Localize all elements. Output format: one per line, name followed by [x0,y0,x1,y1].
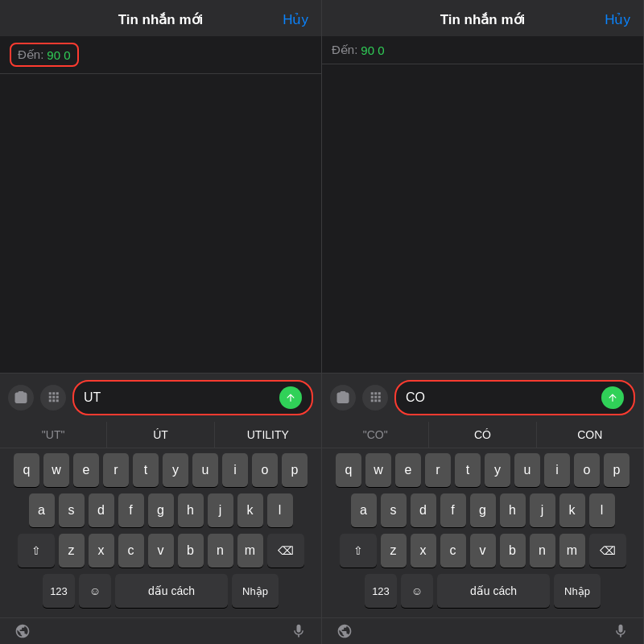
left-send-button[interactable] [279,386,302,409]
r-key-q[interactable]: q [336,453,361,487]
left-autocomplete-item-2[interactable]: UTILITY [215,422,321,448]
r-key-t[interactable]: t [455,453,481,487]
right-autocomplete-item-2[interactable]: CON [537,422,643,448]
r-key-w[interactable]: w [365,453,391,487]
r-key-a[interactable]: a [351,493,377,527]
left-to-label: Đến: [18,47,43,62]
right-camera-icon[interactable] [330,385,356,411]
key-s[interactable]: s [59,493,85,527]
r-key-space[interactable]: dấu cách [437,574,550,608]
r-key-backspace[interactable]: ⌫ [589,534,626,568]
right-autocomplete: "CO" CÓ CON [322,422,643,448]
right-to-label: Đến: [332,43,357,57]
left-to-value: 90 0 [47,48,70,62]
key-j[interactable]: j [208,493,233,527]
left-microphone-icon[interactable] [289,621,308,641]
key-k[interactable]: k [237,493,263,527]
left-title: Tin nhắn mới [118,11,204,28]
key-a[interactable]: a [29,493,55,527]
key-l[interactable]: l [267,493,293,527]
right-send-button[interactable] [601,386,624,409]
key-m[interactable]: m [237,534,263,568]
right-globe-icon[interactable] [335,621,354,641]
key-d[interactable]: d [89,493,114,527]
r-key-z[interactable]: z [381,534,407,568]
right-autocomplete-item-0[interactable]: "CO" [322,422,429,448]
key-y[interactable]: y [163,453,188,487]
left-cancel-button[interactable]: Hủy [283,11,308,28]
left-input-box[interactable]: UT [72,380,313,415]
right-cancel-button[interactable]: Hủy [605,11,630,28]
left-to-field: Đến: 90 0 [0,36,321,74]
r-key-r[interactable]: r [425,453,451,487]
key-q[interactable]: q [14,453,39,487]
r-key-l[interactable]: l [589,493,615,527]
left-autocomplete-item-0[interactable]: "UT" [0,422,107,448]
key-o[interactable]: o [252,453,278,487]
right-header: Tin nhắn mới Hủy [322,0,643,36]
right-apps-icon[interactable] [362,385,388,411]
r-key-s[interactable]: s [381,493,407,527]
right-microphone-icon[interactable] [611,621,630,641]
key-backspace[interactable]: ⌫ [267,534,304,568]
r-key-n[interactable]: n [530,534,555,568]
r-key-i[interactable]: i [544,453,570,487]
right-bottom-bar [322,617,643,644]
left-header: Tin nhắn mới Hủy [0,0,321,36]
key-z[interactable]: z [59,534,85,568]
r-key-c[interactable]: c [440,534,466,568]
key-r[interactable]: r [103,453,129,487]
key-g[interactable]: g [148,493,174,527]
r-key-o[interactable]: o [574,453,600,487]
key-x[interactable]: x [89,534,114,568]
r-key-k[interactable]: k [559,493,585,527]
r-key-enter[interactable]: Nhập [554,574,601,608]
right-input-text[interactable]: CO [406,390,595,405]
key-space[interactable]: dấu cách [115,574,228,608]
key-v[interactable]: v [148,534,174,568]
r-key-b[interactable]: b [500,534,526,568]
r-key-j[interactable]: j [530,493,555,527]
key-e[interactable]: e [73,453,99,487]
key-enter[interactable]: Nhập [232,574,279,608]
key-shift[interactable]: ⇧ [18,534,55,568]
right-toolbar: CO [322,373,643,422]
left-autocomplete-item-1[interactable]: ÚT [107,422,214,448]
r-key-shift[interactable]: ⇧ [340,534,377,568]
r-key-p[interactable]: p [604,453,630,487]
r-key-g[interactable]: g [470,493,496,527]
r-key-v[interactable]: v [470,534,496,568]
r-key-m[interactable]: m [559,534,585,568]
key-b[interactable]: b [178,534,204,568]
key-p[interactable]: p [282,453,308,487]
right-input-box[interactable]: CO [394,380,635,415]
r-key-u[interactable]: u [514,453,540,487]
left-camera-icon[interactable] [8,385,34,411]
r-key-123[interactable]: 123 [365,574,397,608]
key-w[interactable]: w [43,453,69,487]
left-input-text[interactable]: UT [84,390,273,405]
key-t[interactable]: t [133,453,159,487]
r-key-y[interactable]: y [485,453,510,487]
left-globe-icon[interactable] [13,621,32,641]
key-f[interactable]: f [118,493,144,527]
right-key-row-3: ⇧ z x c v b n m ⌫ [324,534,641,568]
left-panel: Tin nhắn mới Hủy Đến: 90 0 UT "UT" ÚT UT… [0,0,322,644]
r-key-h[interactable]: h [500,493,526,527]
key-123[interactable]: 123 [43,574,75,608]
r-key-e[interactable]: e [395,453,421,487]
left-apps-icon[interactable] [40,385,66,411]
key-h[interactable]: h [178,493,204,527]
r-key-emoji[interactable]: ☺ [401,574,433,608]
key-n[interactable]: n [208,534,233,568]
r-key-x[interactable]: x [411,534,436,568]
r-key-f[interactable]: f [440,493,466,527]
left-message-area [0,74,321,373]
key-u[interactable]: u [192,453,218,487]
key-c[interactable]: c [118,534,144,568]
r-key-d[interactable]: d [411,493,436,527]
key-i[interactable]: i [222,453,248,487]
key-emoji[interactable]: ☺ [79,574,111,608]
right-autocomplete-item-1[interactable]: CÓ [429,422,536,448]
right-to-value: 90 0 [361,43,384,57]
